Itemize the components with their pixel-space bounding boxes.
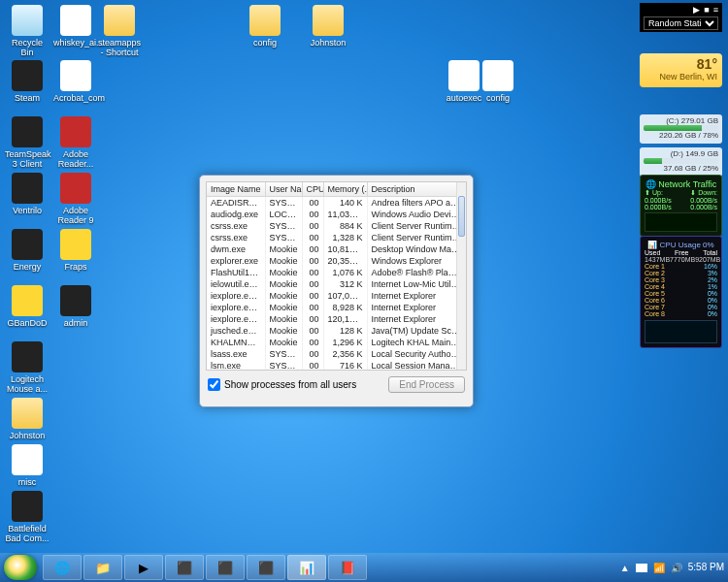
desktop-icon-ventrilo[interactable]: Ventrilo: [5, 173, 50, 215]
cpu-graph: [645, 320, 717, 343]
whiskey-icon: [60, 5, 91, 36]
volume-icon[interactable]: 🔊: [671, 563, 682, 573]
cpu-core: Core 80%: [645, 310, 717, 317]
taskbar-button-explorer[interactable]: 📁: [83, 555, 122, 580]
taskbar-button-ie[interactable]: 🌐: [43, 555, 82, 580]
clock[interactable]: 5:58 PM: [688, 563, 724, 572]
table-row[interactable]: csrss.exeSYSTEM00884 KClient Server Runt…: [207, 220, 466, 232]
table-row[interactable]: iexplore.exe ...Mookie00107,084 KInterne…: [207, 290, 466, 302]
desktop-icon-battlefield[interactable]: Battlefield Bad Com...: [5, 491, 50, 543]
table-row[interactable]: audiodg.exeLOCAL ...0011,032 KWindows Au…: [207, 209, 466, 220]
config2-icon: [482, 60, 513, 91]
action-center-icon[interactable]: [636, 564, 647, 572]
weather-gadget[interactable]: 81° New Berlin, WI: [640, 53, 722, 87]
desktop-icon-misc[interactable]: misc: [5, 444, 50, 487]
taskbar-button-app2[interactable]: ⬛: [247, 555, 285, 580]
taskbar-button-acrobat[interactable]: 📕: [328, 555, 367, 580]
system-tray[interactable]: ▲ 📶 🔊 5:58 PM: [620, 563, 724, 573]
misc-icon: [12, 444, 43, 475]
desktop-icon-logitech[interactable]: Logitech Mouse a...: [5, 341, 50, 394]
taskbar-button-taskmgr[interactable]: 📊: [287, 555, 326, 580]
icon-label: Logitech Mouse a...: [5, 374, 50, 394]
tray-chevron-icon[interactable]: ▲: [620, 563, 630, 573]
admin-icon: [60, 285, 91, 316]
cpu-core: Core 70%: [645, 304, 717, 310]
icon-label: config: [476, 93, 520, 103]
column-header[interactable]: Description: [367, 182, 466, 197]
table-row[interactable]: jusched.exe *32Mookie00128 KJava(TM) Upd…: [207, 325, 466, 337]
drive-meter[interactable]: (D:) 149.9 GB37.68 GB / 25%: [640, 147, 722, 177]
start-button[interactable]: [4, 555, 37, 580]
desktop-icon-config2[interactable]: config: [476, 60, 520, 103]
icon-label: Johnston: [5, 431, 50, 440]
cpu-core: Core 60%: [645, 297, 717, 304]
desktop-icon-johnston2[interactable]: Johnston: [5, 398, 50, 440]
table-row[interactable]: iexplore.exe ...Mookie008,928 KInternet …: [207, 302, 466, 313]
table-row[interactable]: FlashUtil10h_...Mookie001,076 KAdobe® Fl…: [207, 267, 466, 278]
next-icon[interactable]: ≡: [713, 5, 718, 15]
energy-icon: [12, 229, 43, 260]
desktop-icon-config1[interactable]: config: [243, 5, 287, 48]
table-row[interactable]: AEADISRV.EXESYSTEM00140 KAndrea filters …: [207, 197, 466, 210]
column-header[interactable]: Image Name: [207, 182, 265, 197]
desktop-icon-johnston[interactable]: Johnston: [306, 5, 350, 48]
desktop-icon-adobe-reader[interactable]: Adobe Reader...: [53, 116, 98, 169]
station-select[interactable]: Random Station -: [644, 16, 718, 30]
desktop-icon-steam[interactable]: Steam: [5, 60, 50, 103]
steam-icon: [12, 60, 43, 91]
task-manager-window[interactable]: Image NameUser NameCPUMemory (...Descrip…: [199, 175, 474, 407]
taskbar-button-wmp[interactable]: ▶: [124, 555, 163, 580]
table-row[interactable]: lsass.exeSYSTEM002,356 KLocal Security A…: [207, 348, 466, 360]
scrollbar[interactable]: [456, 182, 466, 370]
media-gadget[interactable]: ▶ ■ ≡ Random Station -: [640, 3, 722, 32]
play-icon[interactable]: ▶: [693, 5, 700, 15]
table-row[interactable]: ielowutil.exe ...Mookie00312 KInternet L…: [207, 278, 466, 290]
show-all-users-checkbox[interactable]: Show processes from all users: [208, 378, 356, 391]
desktop-icon-recycle-bin[interactable]: Recycle Bin: [5, 5, 50, 57]
desktop-icon-whiskey[interactable]: whiskey_ai...: [53, 5, 98, 48]
cpu-gadget[interactable]: 📊 CPU Usage 0% UsedFreeTotal 1437MB7770M…: [640, 236, 722, 348]
icon-label: config: [243, 38, 287, 48]
icon-label: Energy: [5, 262, 50, 272]
acrobat-icon: [60, 60, 91, 91]
taskbar-button-steam[interactable]: ⬛: [206, 555, 245, 580]
show-all-users-input[interactable]: [208, 378, 220, 391]
stop-icon[interactable]: ■: [704, 5, 709, 15]
icon-label: Johnston: [306, 38, 350, 48]
icon-label: Steam: [5, 93, 50, 103]
column-header[interactable]: CPU: [302, 182, 323, 197]
desktop-icon-steamapps[interactable]: steamapps - Shortcut: [97, 5, 142, 57]
table-row[interactable]: KHALMNPR.exeMookie001,296 KLogitech KHAL…: [207, 337, 466, 348]
network-icon[interactable]: 📶: [653, 563, 665, 573]
desktop-icon-energy[interactable]: Energy: [5, 229, 50, 272]
desktop-icon-acrobat[interactable]: Acrobat_com: [53, 60, 98, 103]
desktop-icon-adobe-reader9[interactable]: Adobe Reader 9: [53, 173, 98, 225]
desktop-icon-fraps[interactable]: Fraps: [53, 229, 98, 272]
column-header[interactable]: Memory (...: [323, 182, 367, 197]
drives-gadget[interactable]: (C:) 279.01 GB220.26 GB / 78%(D:) 149.9 …: [640, 114, 722, 180]
drive-meter[interactable]: (C:) 279.01 GB220.26 GB / 78%: [640, 114, 722, 144]
icon-label: Recycle Bin: [5, 38, 50, 57]
cpu-core: Core 50%: [645, 290, 717, 297]
desktop-icon-gbandod[interactable]: GBanDoD: [5, 285, 50, 328]
table-row[interactable]: explorer.exeMookie0020,356 KWindows Expl…: [207, 255, 466, 267]
desktop-icon-ts3[interactable]: TeamSpeak 3 Client: [5, 116, 50, 169]
taskbar-button-app1[interactable]: ⬛: [165, 555, 204, 580]
taskbar[interactable]: 🌐📁▶⬛⬛⬛📊📕 ▲ 📶 🔊 5:58 PM: [0, 553, 728, 582]
network-gadget[interactable]: 🌐 Network Traffic ⬆ Up:⬇ Down: 0.000B/s0…: [640, 175, 722, 237]
table-row[interactable]: lsm.exeSYSTEM00716 KLocal Session Manage…: [207, 360, 466, 371]
steamapps-icon: [104, 5, 135, 36]
column-header[interactable]: User Name: [265, 182, 302, 197]
cpu-core: Core 116%: [645, 263, 717, 270]
desktop-icon-admin[interactable]: admin: [53, 285, 98, 328]
table-row[interactable]: dwm.exeMookie0010,812 KDesktop Window Ma…: [207, 243, 466, 255]
ventrilo-icon: [12, 173, 43, 204]
show-all-users-label: Show processes from all users: [224, 379, 356, 390]
logitech-icon: [12, 341, 43, 372]
recycle-bin-icon: [12, 5, 43, 36]
table-row[interactable]: csrss.exeSYSTEM001,328 KClient Server Ru…: [207, 232, 466, 243]
table-row[interactable]: iexplore.exe ...Mookie00120,188 KInterne…: [207, 313, 466, 325]
johnston-icon: [313, 5, 344, 36]
end-process-button[interactable]: End Process: [388, 376, 465, 393]
cpu-core: Core 23%: [645, 270, 717, 276]
